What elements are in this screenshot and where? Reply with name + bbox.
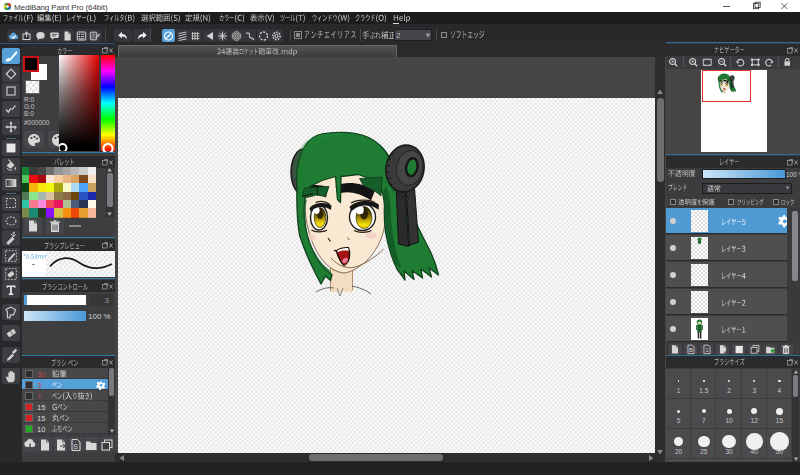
svg-text:1: 1: [705, 347, 708, 353]
svg-text:B: B: [689, 347, 693, 353]
